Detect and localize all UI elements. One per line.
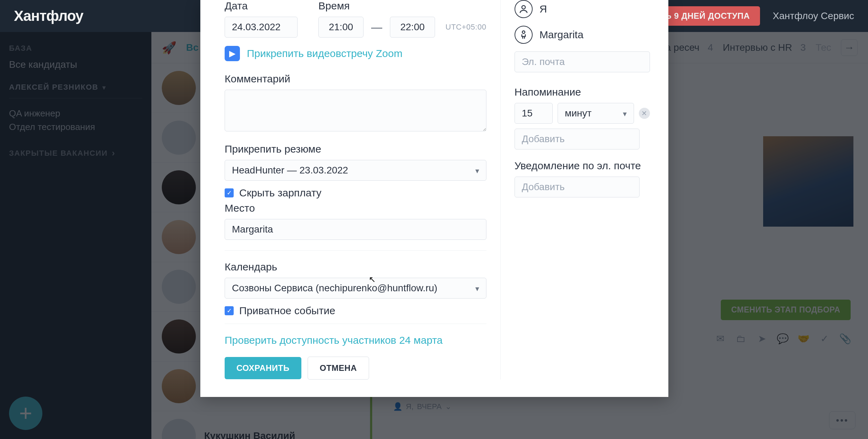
event-modal: Дата Время — UTC+05:00 ▶ Прикрепить виде…: [200, 0, 668, 397]
check-availability-link[interactable]: Проверить доступность участников 24 март…: [225, 324, 486, 346]
app-logo: Хантфлоу: [14, 8, 83, 24]
resume-select[interactable]: HeadHunter — 23.03.2022: [225, 160, 486, 181]
resume-label: Прикрепить резюме: [225, 143, 486, 155]
reminder-label: Напоминание: [515, 86, 650, 98]
participant-me: Я: [515, 0, 650, 18]
calendar-label: Календарь: [225, 261, 486, 273]
save-button[interactable]: СОХРАНИТЬ: [225, 357, 301, 379]
place-label: Место: [225, 202, 486, 214]
person-chair-icon: [515, 26, 533, 44]
hide-salary-label: Скрыть зарплату: [239, 187, 322, 199]
email-notify-add-input[interactable]: [515, 177, 640, 197]
attach-zoom-text: Прикрепить видеовстречу Zoom: [247, 48, 402, 59]
date-label: Дата: [225, 0, 298, 12]
time-to-input[interactable]: [390, 17, 435, 38]
place-input[interactable]: [225, 219, 486, 240]
resume-select-value: HeadHunter — 23.03.2022: [232, 165, 348, 176]
svg-point-1: [522, 31, 525, 34]
reminder-unit-select[interactable]: минут: [558, 103, 634, 124]
participant-name: Margarita: [540, 29, 584, 41]
participant-margarita: Margarita: [515, 26, 650, 44]
checkbox-checked-icon: ✓: [225, 306, 234, 315]
private-event-checkbox-row[interactable]: ✓ Приватное событие: [225, 305, 486, 317]
participant-name: Я: [540, 3, 547, 15]
person-icon: [515, 0, 533, 18]
email-notify-label: Уведомление по эл. почте: [515, 160, 650, 172]
private-event-label: Приватное событие: [239, 305, 335, 317]
service-link[interactable]: Хантфлоу Сервис: [773, 10, 854, 22]
cancel-button[interactable]: ОТМЕНА: [308, 357, 369, 380]
comment-label: Комментарий: [225, 73, 486, 85]
divider: [225, 250, 486, 251]
date-input[interactable]: [225, 17, 298, 38]
zoom-icon: ▶: [225, 46, 240, 61]
checkbox-checked-icon: ✓: [225, 188, 234, 197]
reminder-value-input[interactable]: [515, 103, 553, 124]
calendar-select[interactable]: Созвоны Сервиса (nechipurenko@huntflow.r…: [225, 278, 486, 299]
comment-textarea[interactable]: [225, 90, 486, 131]
reminder-unit-value: минут: [565, 108, 592, 119]
calendar-select-value: Созвоны Сервиса (nechipurenko@huntflow.r…: [232, 283, 437, 294]
remove-reminder-button[interactable]: ✕: [639, 108, 650, 119]
reminder-add-input[interactable]: [515, 129, 640, 149]
time-label: Время: [318, 0, 486, 12]
time-from-input[interactable]: [318, 17, 364, 38]
hide-salary-checkbox-row[interactable]: ✓ Скрыть зарплату: [225, 187, 486, 199]
time-dash: —: [369, 21, 384, 34]
timezone-label: UTC+05:00: [445, 23, 486, 32]
attach-zoom-link[interactable]: ▶ Прикрепить видеовстречу Zoom: [225, 46, 486, 61]
participant-email-input[interactable]: [515, 51, 650, 72]
svg-point-0: [522, 6, 525, 9]
